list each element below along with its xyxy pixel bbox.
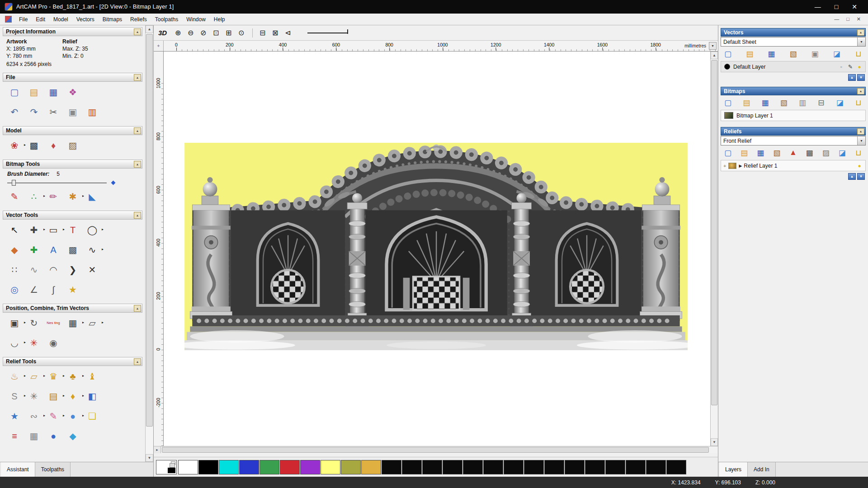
primary-secondary-colours[interactable]: [156, 460, 177, 474]
magic-wand-icon[interactable]: ★: [66, 283, 80, 296]
paint-icon[interactable]: ✎: [7, 190, 22, 203]
zoom-slider[interactable]: [307, 33, 347, 33]
flyout-arrow-icon[interactable]: ▸: [24, 341, 26, 344]
swirl-texture-icon[interactable]: ∾▸: [27, 409, 41, 423]
tab-layers[interactable]: Layers: [719, 462, 748, 477]
offset-vectors-icon[interactable]: ◉: [46, 336, 61, 350]
texture-relief-icon[interactable]: ♣▸: [66, 370, 80, 383]
lock-layer-icon[interactable]: ▫: [838, 63, 845, 70]
menu-model[interactable]: Model: [49, 15, 72, 24]
palette-swatch-24[interactable]: [666, 460, 686, 474]
flyout-arrow-icon[interactable]: ▸: [43, 374, 45, 378]
flyout-arrow-icon[interactable]: ▸: [82, 321, 84, 324]
chevron-down-icon[interactable]: ▼: [857, 38, 865, 46]
scroll-up-icon[interactable]: ▲: [146, 25, 153, 33]
pan-view-icon[interactable]: ⊟: [257, 28, 268, 38]
palette-swatch-1[interactable]: [198, 460, 218, 474]
load-image-icon[interactable]: ▨: [66, 139, 80, 152]
bitmap-layer-row[interactable]: Bitmap Layer 1: [721, 110, 866, 121]
fit-arcs-icon[interactable]: ◠: [46, 263, 61, 277]
smooth-relief-icon[interactable]: ▱▸: [27, 370, 41, 383]
menu-toolpaths[interactable]: Toolpaths: [151, 15, 182, 24]
create-polyline-icon[interactable]: ∿▸: [85, 243, 99, 257]
palette-swatch-3[interactable]: [239, 460, 259, 474]
constant-height-icon[interactable]: ◆: [66, 429, 80, 443]
flyout-arrow-icon[interactable]: ▸: [102, 321, 104, 324]
snap-tools-icon[interactable]: ◆: [7, 243, 22, 257]
pick-colour-icon[interactable]: ✏: [46, 190, 61, 203]
trim-vectors-icon[interactable]: ✳: [27, 336, 41, 350]
mdi-restore-button[interactable]: □: [846, 16, 849, 22]
star-wizard-icon[interactable]: ★: [7, 409, 22, 423]
zoom-window-icon[interactable]: ⊡: [210, 28, 222, 38]
collapse-file-button[interactable]: ▲: [134, 74, 141, 81]
shape-from-vectors-icon[interactable]: ▲: [788, 147, 799, 158]
relief-artwork[interactable]: [184, 143, 688, 350]
palette-swatch-7[interactable]: [321, 460, 340, 474]
palette-swatch-23[interactable]: [646, 460, 666, 474]
merge-vector-layers-icon[interactable]: ⊔: [853, 48, 864, 59]
bitmap-to-vector-icon[interactable]: ▩: [66, 243, 80, 257]
relief-visibility-icon[interactable]: ●: [856, 162, 863, 169]
palette-swatch-12[interactable]: [422, 460, 442, 474]
open-model-icon[interactable]: ▤: [27, 85, 41, 99]
unlock-relief-icon[interactable]: ◧: [85, 389, 99, 403]
add-clipart-icon[interactable]: ♦: [46, 139, 61, 152]
view-3d-button[interactable]: 3D: [158, 29, 167, 37]
scrollbar-thumb[interactable]: [711, 60, 717, 405]
edit-model-icon[interactable]: ❀▸: [7, 139, 22, 152]
save-bitmap-layer-icon[interactable]: ▦: [760, 97, 771, 108]
palette-swatch-16[interactable]: [504, 460, 524, 474]
sculpt-icon[interactable]: ♨▸: [7, 370, 22, 383]
palette-swatch-18[interactable]: [544, 460, 564, 474]
ruler-units-dropdown[interactable]: ▼: [709, 42, 717, 50]
menu-window[interactable]: Window: [182, 15, 210, 24]
redo-icon[interactable]: ↷: [27, 105, 41, 119]
palette-swatch-15[interactable]: [483, 460, 503, 474]
export-model-icon[interactable]: ❖: [66, 85, 80, 99]
sheet-dropdown[interactable]: Default Sheet ▼: [721, 37, 866, 47]
flyout-arrow-icon[interactable]: ▸: [24, 374, 26, 378]
paint-selective-icon[interactable]: ∴▸: [27, 190, 41, 203]
flyout-arrow-icon[interactable]: ▸: [63, 414, 65, 418]
slider-handle[interactable]: [12, 180, 16, 186]
adjust-colours-icon[interactable]: ▥: [797, 97, 808, 108]
menu-file[interactable]: File: [15, 15, 32, 24]
new-relief-layer-icon[interactable]: ▢: [722, 147, 734, 158]
palette-swatch-17[interactable]: [524, 460, 544, 474]
assistant-scrollbar[interactable]: ▲ ▼: [145, 25, 153, 462]
import-bitmap-icon[interactable]: ▧: [778, 97, 790, 108]
layer-colour-swatch[interactable]: [724, 64, 730, 70]
flyout-arrow-icon[interactable]: ▸: [102, 228, 104, 231]
collapse-project-button[interactable]: ▲: [134, 28, 141, 35]
collapse-reliefs-button[interactable]: ▲: [857, 128, 864, 135]
scrollbar-thumb[interactable]: [146, 34, 153, 427]
collapse-vector-button[interactable]: ▲: [134, 212, 141, 219]
close-button[interactable]: ✕: [852, 3, 857, 10]
palette-swatch-6[interactable]: [300, 460, 320, 474]
snap-grid-icon[interactable]: ⊠: [269, 28, 281, 38]
flyout-arrow-icon[interactable]: ▸: [63, 228, 65, 231]
turn-wizard-icon[interactable]: ▤▸: [46, 389, 61, 403]
new-bitmap-layer-icon[interactable]: ▢: [722, 97, 734, 108]
open-bitmap-layer-icon[interactable]: ▤: [741, 97, 752, 108]
combine-mode-icon[interactable]: ⊟: [815, 97, 827, 108]
menu-help[interactable]: Help: [210, 15, 229, 24]
dome-wizard-icon[interactable]: ●▸: [66, 409, 80, 423]
menu-vectors[interactable]: Vectors: [72, 15, 99, 24]
scroll-down-icon[interactable]: ▼: [146, 454, 153, 462]
group-vectors-icon[interactable]: ▱▸: [85, 316, 99, 330]
scrollbar-thumb[interactable]: [162, 447, 709, 453]
pane-splitter-icon[interactable]: ▸: [154, 446, 161, 453]
flyout-arrow-icon[interactable]: ▸: [43, 414, 45, 418]
palette-swatch-2[interactable]: [219, 460, 239, 474]
palette-swatch-20[interactable]: [585, 460, 605, 474]
brush-diameter-slider[interactable]: [7, 179, 116, 186]
zoom-objects-icon[interactable]: ⊙: [236, 28, 247, 38]
select-vectors-icon[interactable]: ↖: [7, 223, 22, 237]
face-wizard-icon[interactable]: ♦▸: [66, 389, 80, 403]
vector-layer-row[interactable]: Default Layer ▫✎●: [721, 61, 866, 72]
weave-wizard-icon[interactable]: ✳: [27, 389, 41, 403]
menu-edit[interactable]: Edit: [32, 15, 49, 24]
delete-relief-layer-icon[interactable]: ◪: [836, 147, 848, 158]
